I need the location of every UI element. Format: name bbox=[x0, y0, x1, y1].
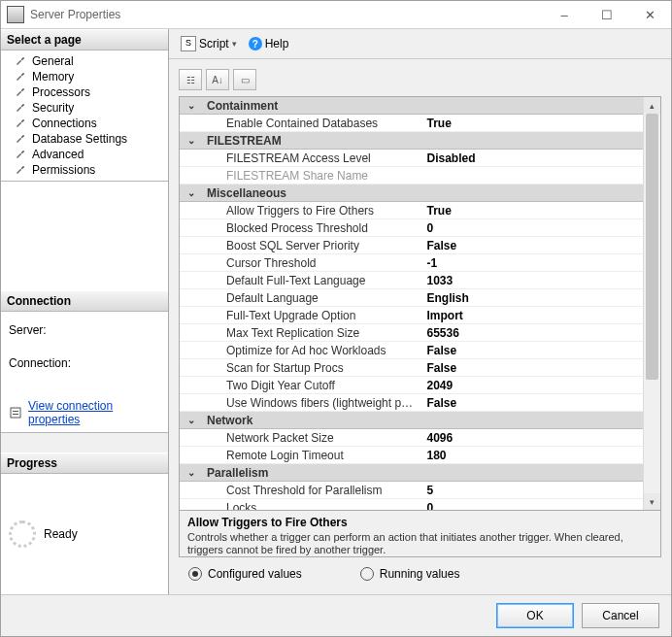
help-icon: ? bbox=[249, 37, 262, 50]
page-item-label: General bbox=[32, 54, 74, 68]
property-name: Boost SQL Server Priority bbox=[203, 237, 423, 254]
property-name: Cursor Threshold bbox=[203, 254, 423, 272]
category-row[interactable]: ⌄Miscellaneous bbox=[180, 184, 643, 202]
property-row[interactable]: Cost Threshold for Parallelism5 bbox=[180, 482, 643, 499]
page-item-permissions[interactable]: Permissions bbox=[1, 162, 168, 178]
property-value[interactable]: Import bbox=[423, 307, 644, 324]
category-name: FILESTREAM bbox=[203, 132, 643, 150]
scroll-up-icon[interactable]: ▴ bbox=[644, 97, 660, 114]
cancel-button[interactable]: Cancel bbox=[582, 603, 659, 628]
page-item-connections[interactable]: Connections bbox=[1, 116, 168, 131]
property-row[interactable]: Max Text Replication Size65536 bbox=[180, 324, 643, 342]
property-value[interactable]: 2049 bbox=[423, 377, 644, 394]
alphabetical-button[interactable]: A↓ bbox=[206, 69, 229, 90]
category-row[interactable]: ⌄Containment bbox=[180, 97, 643, 115]
property-value[interactable]: 1033 bbox=[423, 272, 644, 289]
values-radio-group: Configured values Running values bbox=[179, 557, 661, 585]
property-row[interactable]: Blocked Process Threshold0 bbox=[180, 219, 643, 237]
property-value[interactable] bbox=[423, 167, 644, 184]
page-item-security[interactable]: Security bbox=[1, 100, 168, 116]
property-value[interactable]: False bbox=[423, 342, 644, 359]
connection-panel: Server: Connection: View connection prop… bbox=[1, 312, 168, 433]
property-row[interactable]: FILESTREAM Share Name bbox=[180, 167, 643, 184]
property-value[interactable]: False bbox=[423, 237, 644, 254]
property-row[interactable]: Optimize for Ad hoc WorkloadsFalse bbox=[180, 342, 643, 359]
property-row[interactable]: FILESTREAM Access LevelDisabled bbox=[180, 150, 643, 167]
category-row[interactable]: ⌄FILESTREAM bbox=[180, 132, 643, 150]
property-row[interactable]: Cursor Threshold-1 bbox=[180, 254, 643, 272]
property-value[interactable]: False bbox=[423, 394, 644, 412]
property-row[interactable]: Use Windows fibers (lightweight pooling)… bbox=[180, 394, 643, 412]
expand-icon[interactable]: ⌄ bbox=[180, 184, 203, 202]
category-row[interactable]: ⌄Parallelism bbox=[180, 464, 643, 482]
property-row[interactable]: Full-Text Upgrade OptionImport bbox=[180, 307, 643, 324]
page-item-label: Advanced bbox=[32, 148, 84, 161]
property-name: Default Language bbox=[203, 289, 423, 307]
page-item-database-settings[interactable]: Database Settings bbox=[1, 131, 168, 147]
property-value[interactable]: True bbox=[423, 202, 644, 219]
property-name: Locks bbox=[203, 499, 423, 511]
wrench-icon bbox=[15, 86, 26, 98]
scrollbar-thumb[interactable] bbox=[646, 114, 658, 380]
property-value[interactable]: 4096 bbox=[423, 429, 644, 447]
page-item-processors[interactable]: Processors bbox=[1, 84, 168, 100]
scroll-down-icon[interactable]: ▾ bbox=[644, 493, 660, 510]
property-name: Scan for Startup Procs bbox=[203, 359, 423, 377]
expand-icon[interactable]: ⌄ bbox=[180, 97, 203, 115]
wrench-icon bbox=[15, 71, 26, 83]
property-row[interactable]: Remote Login Timeout180 bbox=[180, 447, 643, 464]
connection-label: Connection: bbox=[9, 356, 160, 370]
property-value[interactable]: False bbox=[423, 359, 644, 377]
property-row[interactable]: Two Digit Year Cutoff2049 bbox=[180, 377, 643, 394]
property-value[interactable]: 0 bbox=[423, 499, 644, 511]
running-values-radio[interactable]: Running values bbox=[360, 567, 460, 581]
minimize-button[interactable]: – bbox=[543, 1, 586, 28]
property-row[interactable]: Allow Triggers to Fire OthersTrue bbox=[180, 202, 643, 219]
vertical-scrollbar[interactable]: ▴ ▾ bbox=[643, 97, 660, 510]
category-name: Network bbox=[203, 412, 643, 429]
close-button[interactable]: ✕ bbox=[628, 1, 671, 28]
view-connection-properties-link[interactable]: View connection properties bbox=[28, 399, 160, 426]
property-row[interactable]: Locks0 bbox=[180, 499, 643, 511]
property-value[interactable]: 180 bbox=[423, 447, 644, 464]
property-row[interactable]: Default LanguageEnglish bbox=[180, 289, 643, 307]
configured-values-radio[interactable]: Configured values bbox=[188, 567, 302, 581]
page-item-general[interactable]: General bbox=[1, 53, 168, 69]
property-grid-toolbar: ☷ A↓ ▭ bbox=[179, 69, 661, 90]
property-value[interactable]: Disabled bbox=[423, 150, 644, 167]
category-name: Miscellaneous bbox=[203, 184, 643, 202]
page-item-label: Processors bbox=[32, 85, 90, 99]
svg-rect-1 bbox=[13, 411, 18, 412]
pages-list: GeneralMemoryProcessorsSecurityConnectio… bbox=[1, 50, 168, 182]
property-value[interactable]: 5 bbox=[423, 482, 644, 499]
property-row[interactable]: Default Full-Text Language1033 bbox=[180, 272, 643, 289]
help-button[interactable]: ? Help bbox=[245, 35, 293, 52]
property-value[interactable]: 65536 bbox=[423, 324, 644, 342]
property-value[interactable]: -1 bbox=[423, 254, 644, 272]
property-pages-button[interactable]: ▭ bbox=[233, 69, 256, 90]
property-row[interactable]: Boost SQL Server PriorityFalse bbox=[180, 237, 643, 254]
property-name: Cost Threshold for Parallelism bbox=[203, 482, 423, 499]
property-row[interactable]: Network Packet Size4096 bbox=[180, 429, 643, 447]
expand-icon[interactable]: ⌄ bbox=[180, 132, 203, 150]
property-name: Default Full-Text Language bbox=[203, 272, 423, 289]
property-value[interactable]: True bbox=[423, 115, 644, 132]
property-value[interactable]: 0 bbox=[423, 219, 644, 237]
property-row[interactable]: Scan for Startup ProcsFalse bbox=[180, 359, 643, 377]
category-row[interactable]: ⌄Network bbox=[180, 412, 643, 429]
page-item-advanced[interactable]: Advanced bbox=[1, 147, 168, 162]
svg-rect-0 bbox=[11, 408, 20, 418]
ok-button[interactable]: OK bbox=[496, 603, 574, 628]
page-item-label: Connections bbox=[32, 117, 97, 130]
script-button[interactable]: S Script ▾ bbox=[177, 34, 241, 53]
property-row[interactable]: Enable Contained DatabasesTrue bbox=[180, 115, 643, 132]
expand-icon[interactable]: ⌄ bbox=[180, 412, 203, 429]
page-item-memory[interactable]: Memory bbox=[1, 69, 168, 84]
categorized-button[interactable]: ☷ bbox=[179, 69, 202, 90]
page-item-label: Permissions bbox=[32, 163, 95, 177]
property-value[interactable]: English bbox=[423, 289, 644, 307]
maximize-button[interactable]: ☐ bbox=[586, 1, 628, 28]
property-grid: ⌄ContainmentEnable Contained DatabasesTr… bbox=[179, 96, 661, 511]
dialog-footer: OK Cancel bbox=[1, 594, 671, 636]
expand-icon[interactable]: ⌄ bbox=[180, 464, 203, 482]
